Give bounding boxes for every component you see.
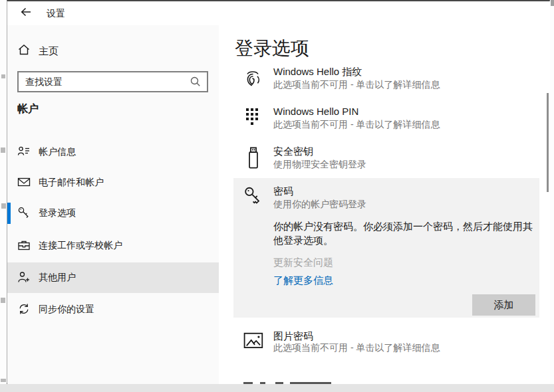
settings-window: 设置 主页 (7, 0, 550, 384)
sidebar-item-other-users[interactable]: 其他用户 (7, 262, 219, 293)
sidebar-item-label: 帐户信息 (39, 146, 76, 158)
sidebar-item-email-accounts[interactable]: 电子邮件和帐户 (7, 167, 219, 198)
option-title: Windows Hello 指纹 (273, 66, 362, 78)
next-option-clipped (243, 381, 443, 384)
option-title: 密码 (273, 185, 293, 198)
search-input[interactable] (19, 72, 186, 91)
sidebar-item-home[interactable]: 主页 (7, 39, 219, 63)
sync-icon (17, 302, 31, 318)
scrollbar-thumb[interactable] (547, 93, 549, 192)
password-key-icon (244, 186, 263, 214)
option-subtitle: 此选项当前不可用 - 单击以了解详细信息 (273, 119, 440, 131)
sidebar-item-label: 同步你的设置 (39, 304, 94, 316)
option-title: Windows Hello PIN (273, 106, 358, 117)
selected-accent-bar (7, 203, 11, 224)
sidebar-item-account-info[interactable]: 帐户信息 (7, 137, 219, 167)
sidebar-item-label: 其他用户 (39, 272, 76, 284)
option-subtitle: 使用你的帐户密码登录 (273, 199, 366, 211)
clipped-fragment (275, 382, 283, 384)
sidebar-section-header: 帐户 (17, 102, 39, 116)
fingerprint-icon (244, 68, 261, 92)
home-icon (17, 43, 31, 59)
screen: 设置 主页 (0, 0, 554, 392)
sidebar-item-work-school[interactable]: 连接工作或学校帐户 (7, 231, 219, 261)
background-fragment (1, 74, 5, 78)
option-subtitle: 使用物理安全密钥登录 (273, 159, 366, 171)
mail-icon (17, 175, 31, 191)
clipped-fragment (290, 382, 331, 384)
background-fragment (1, 147, 5, 153)
option-title: 安全密钥 (273, 146, 313, 158)
person-card-icon (17, 145, 31, 161)
sidebar-item-label: 连接工作或学校帐户 (39, 240, 122, 252)
sidebar: 主页 帐户 帐户信息 电子邮件和帐户 (7, 25, 219, 384)
picture-icon (243, 332, 265, 353)
option-title: 图片密码 (273, 330, 313, 343)
clipped-fragment (260, 382, 265, 384)
password-description: 你的帐户没有密码。你必须添加一个密码，然后才能使用其他登录选项。 (273, 219, 539, 247)
background-window-sliver (0, 0, 7, 384)
key-icon (17, 206, 31, 222)
option-subtitle: 此选项当前不可用 - 单击以了解详细信息 (273, 342, 440, 354)
dialpad-icon (245, 108, 259, 129)
back-button[interactable] (14, 3, 38, 23)
main-content: 登录选项 Windows Hello 指纹 此选项当前不可用 - 单击以了解详细… (219, 1, 550, 384)
usb-key-icon (246, 146, 261, 173)
page-title: 登录选项 (235, 36, 309, 61)
background-fragment (1, 298, 5, 303)
option-subtitle: 此选项当前不可用 - 单击以了解详细信息 (273, 79, 440, 91)
update-security-questions-link: 更新安全问题 (273, 256, 333, 269)
background-fragment (1, 203, 6, 209)
add-password-button[interactable]: 添加 (472, 294, 535, 316)
sidebar-item-label: 登录选项 (39, 207, 76, 219)
option-password-panel[interactable]: 密码 使用你的帐户密码登录 你的帐户没有密码。你必须添加一个密码，然后才能使用其… (233, 178, 539, 318)
search-icon[interactable] (190, 76, 202, 90)
person-add-icon (17, 270, 31, 286)
background-corner-fragment (551, 0, 554, 6)
background-bottom-strip (0, 384, 554, 392)
search-box (17, 71, 208, 92)
clipped-fragment (243, 382, 253, 384)
sidebar-home-label: 主页 (39, 45, 59, 58)
back-arrow-icon (19, 10, 33, 20)
app-title: 设置 (47, 8, 65, 20)
sidebar-item-label: 电子邮件和帐户 (39, 177, 104, 189)
briefcase-icon (17, 239, 31, 254)
learn-more-link[interactable]: 了解更多信息 (273, 274, 333, 287)
background-fragment (1, 379, 6, 382)
sidebar-item-sync-settings[interactable]: 同步你的设置 (7, 294, 219, 325)
sidebar-item-signin-options[interactable]: 登录选项 (7, 198, 219, 229)
